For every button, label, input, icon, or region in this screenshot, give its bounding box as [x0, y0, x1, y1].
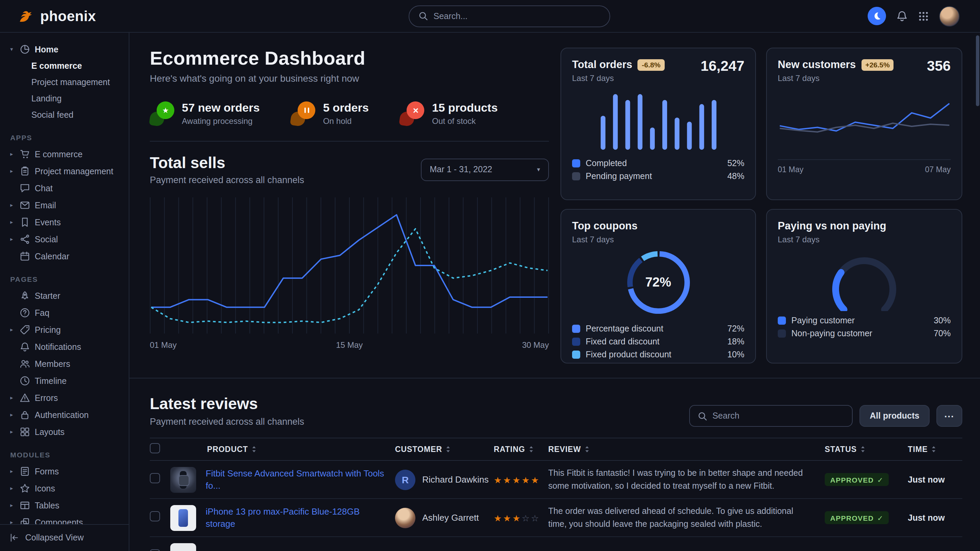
layout-grid-icon — [20, 427, 30, 437]
sidebar-item-timeline[interactable]: Timeline — [8, 372, 122, 389]
legend-label: Percentage discount — [586, 324, 663, 333]
row-checkbox[interactable] — [150, 549, 160, 551]
column-header-time[interactable]: TIME — [908, 445, 962, 453]
sidebar-item-icons[interactable]: ▸ Icons — [8, 480, 122, 497]
sidebar-item-home[interactable]: ▾ Home — [8, 41, 122, 58]
sidebar-item-chat[interactable]: Chat — [8, 180, 122, 197]
product-link[interactable]: iPhone 13 pro max-Pacific Blue-128GB sto… — [206, 506, 391, 530]
column-header-product[interactable]: PRODUCT — [207, 445, 257, 453]
more-options-button[interactable]: ... — [936, 405, 962, 427]
column-header-rating[interactable]: RATING — [494, 445, 545, 453]
latest-reviews-section: Latest reviews Payment received across a… — [129, 378, 980, 551]
sidebar-item-pricing[interactable]: ▸ Pricing — [8, 321, 122, 338]
legend-swatch — [572, 337, 580, 345]
date-range-select[interactable]: Mar 1 - 31, 2022 ▾ — [421, 158, 549, 181]
lock-icon — [20, 410, 30, 420]
sidebar-item-errors[interactable]: ▸ Errors — [8, 389, 122, 407]
sidebar-item-events[interactable]: ▸ Events — [8, 214, 122, 231]
sidebar-item-faq[interactable]: Faq — [8, 304, 122, 321]
collapsed-view-toggle[interactable]: Collapsed View — [0, 524, 129, 551]
customer-avatar[interactable] — [395, 507, 415, 528]
row-checkbox[interactable] — [150, 473, 160, 483]
chevron-right-icon: ▸ — [8, 429, 15, 435]
sidebar-item-tables[interactable]: ▸ Tables — [8, 497, 122, 514]
reviews-toolbar: All products ... — [689, 405, 962, 427]
apps-grid-button[interactable] — [918, 11, 929, 21]
sidebar-item-label: Layouts — [35, 427, 65, 437]
sidebar-item-starter[interactable]: Starter — [8, 287, 122, 304]
reviews-search[interactable] — [689, 405, 853, 427]
global-search[interactable] — [408, 5, 610, 27]
total-sells-title: Total sells — [150, 154, 304, 172]
sidebar-subitem-project-management[interactable]: Project management — [8, 74, 122, 91]
sidebar-item-social[interactable]: ▸ Social — [8, 231, 122, 248]
sidebar-item-ecommerce[interactable]: ▸ E commerce — [8, 146, 122, 163]
coupons-legend: Percentage discount 72% Fixed card disco… — [572, 322, 745, 361]
form-document-icon — [20, 466, 30, 476]
theme-toggle-button[interactable] — [868, 7, 886, 25]
sidebar-subitem-label: Landing — [31, 94, 62, 103]
sidebar-subitem-label: E commerce — [31, 61, 82, 71]
chevron-right-icon: ▸ — [8, 485, 15, 491]
legend-swatch — [572, 159, 580, 167]
dashboard-cards: Total orders -6.8% Last 7 days 16,247 Co… — [560, 48, 962, 378]
total-sells-x-axis: 01 May 15 May 30 May — [150, 340, 549, 350]
table-header-row: PRODUCT CUSTOMER RATING — [150, 438, 962, 461]
product-link[interactable]: Fitbit Sense Advanced Smartwatch with To… — [206, 468, 391, 491]
paying-vs-nonpaying-card: Paying vs non paying Last 7 days Paying … — [766, 209, 962, 364]
sidebar-item-email[interactable]: ▸ Email — [8, 197, 122, 214]
scrollbar-thumb[interactable] — [976, 35, 979, 106]
column-header-status[interactable]: STATUS — [825, 445, 902, 453]
column-header-customer[interactable]: CUSTOMER — [395, 445, 451, 453]
check-icon: ✓ — [877, 514, 884, 522]
legend-label: Pending payment — [586, 171, 652, 181]
sidebar-subitem-social-feed[interactable]: Social feed — [8, 107, 122, 123]
main-content: Ecommerce Dashboard Here's what's going … — [129, 33, 980, 551]
sidebar-item-calendar[interactable]: Calendar — [8, 248, 122, 265]
sort-icon — [584, 446, 590, 453]
stat-value: 15 products — [432, 102, 498, 115]
product-image[interactable] — [170, 467, 196, 492]
sort-icon — [446, 446, 451, 453]
user-avatar[interactable] — [939, 6, 959, 26]
chevron-right-icon: ▸ — [8, 327, 15, 333]
legend-label: Completed — [586, 158, 627, 168]
dashboard-top: Ecommerce Dashboard Here's what's going … — [129, 33, 980, 378]
sidebar-item-members[interactable]: Members — [8, 355, 122, 372]
chevron-right-icon: ▸ — [8, 202, 15, 208]
column-header-review[interactable]: REVIEW — [548, 445, 804, 453]
sidebar-item-label: Starter — [35, 291, 60, 300]
total-sells-header: Total sells Payment received across all … — [150, 154, 549, 185]
sidebar-subitem-ecommerce[interactable]: E commerce — [8, 58, 122, 74]
notifications-button[interactable] — [896, 10, 908, 22]
components-icon — [20, 517, 30, 524]
reviews-search-input[interactable] — [712, 411, 844, 421]
all-products-button[interactable]: All products — [859, 405, 930, 427]
brand[interactable]: phoenix — [18, 8, 96, 24]
card-period: Last 7 days — [778, 73, 951, 83]
sort-icon — [931, 446, 937, 453]
orders-bar-chart-svg — [600, 91, 716, 150]
global-search-input[interactable] — [433, 11, 600, 21]
legend-swatch — [778, 329, 786, 337]
product-image[interactable] — [170, 543, 196, 551]
users-icon — [20, 359, 30, 369]
collapsed-view-label: Collapsed View — [25, 533, 84, 543]
sidebar-item-layouts[interactable]: ▸ Layouts — [8, 423, 122, 440]
sidebar-subitem-landing[interactable]: Landing — [8, 91, 122, 107]
card-title: Total orders — [572, 59, 632, 71]
sidebar-item-components[interactable]: ▸ Components — [8, 514, 122, 524]
sidebar-item-label: Chat — [35, 183, 53, 193]
row-checkbox[interactable] — [150, 511, 160, 521]
legend-label: Non-paying customer — [791, 329, 872, 338]
sidebar-subitem-label: Social feed — [31, 110, 73, 120]
sidebar-item-notifications[interactable]: Notifications — [8, 338, 122, 355]
sidebar-item-label: Faq — [35, 308, 49, 318]
select-all-checkbox[interactable] — [150, 443, 160, 453]
product-image[interactable] — [170, 505, 196, 530]
sidebar-item-project-management[interactable]: ▸ Project management — [8, 163, 122, 180]
sidebar-item-authentication[interactable]: ▸ Authentication — [8, 407, 122, 423]
customer-avatar[interactable]: R — [395, 469, 415, 490]
sidebar-item-forms[interactable]: ▸ Forms — [8, 463, 122, 480]
phoenix-logo-icon — [18, 8, 35, 24]
